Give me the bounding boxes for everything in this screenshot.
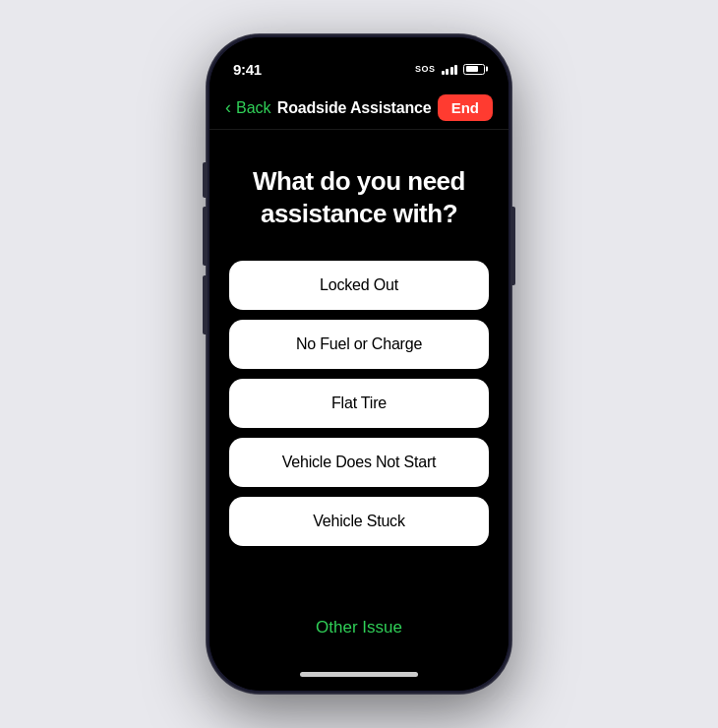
status-bar: 9:41 SOS: [209, 37, 509, 87]
end-button[interactable]: End: [438, 94, 493, 121]
other-issue-button[interactable]: Other Issue: [316, 618, 402, 637]
volume-down-button[interactable]: [203, 275, 207, 334]
home-indicator[interactable]: [209, 657, 509, 691]
sos-badge: SOS: [415, 64, 436, 74]
chevron-left-icon: ‹: [225, 97, 231, 118]
other-issue-section: Other Issue: [316, 618, 402, 657]
options-list: Locked Out No Fuel or Charge Flat Tire V…: [229, 261, 489, 546]
back-label[interactable]: Back: [236, 99, 271, 117]
battery-icon: [463, 64, 485, 75]
volume-up-button[interactable]: [203, 207, 207, 266]
option-vehicle-stuck[interactable]: Vehicle Stuck: [229, 497, 489, 546]
phone-screen: 9:41 SOS ‹ Back Roadside Assistance: [209, 37, 509, 691]
nav-title: Roadside Assistance: [277, 99, 432, 117]
main-content: What do you need assistance with? Locked…: [209, 130, 509, 657]
navigation-bar: ‹ Back Roadside Assistance End: [209, 87, 509, 130]
power-button[interactable]: [511, 207, 515, 285]
option-vehicle-not-start[interactable]: Vehicle Does Not Start: [229, 438, 489, 487]
signal-icon: [442, 63, 458, 75]
option-flat-tire[interactable]: Flat Tire: [229, 379, 489, 428]
status-time: 9:41: [233, 61, 262, 78]
option-no-fuel[interactable]: No Fuel or Charge: [229, 320, 489, 369]
main-question: What do you need assistance with?: [229, 165, 489, 229]
back-button[interactable]: ‹ Back: [225, 97, 271, 118]
home-bar: [300, 672, 418, 677]
status-right-icons: SOS: [415, 63, 485, 75]
option-locked-out[interactable]: Locked Out: [229, 261, 489, 310]
phone-frame: 9:41 SOS ‹ Back Roadside Assistance: [207, 34, 511, 694]
